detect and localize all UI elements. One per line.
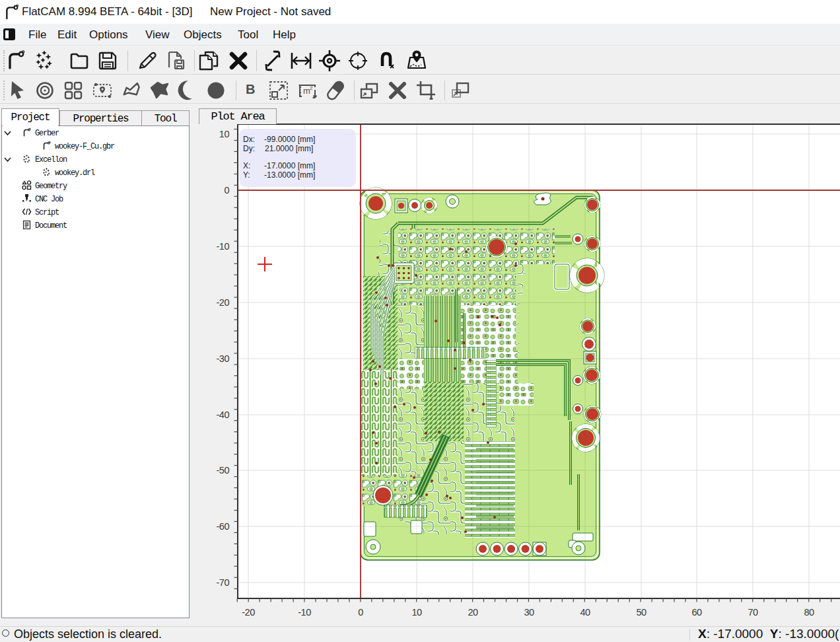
svg-text:-20: -20 <box>217 297 230 308</box>
svg-text:70: 70 <box>748 607 758 618</box>
svg-text:-10: -10 <box>217 241 230 252</box>
svg-text:-99.0000 [mm]: -99.0000 [mm] <box>264 135 315 144</box>
svg-text:0: 0 <box>224 185 229 196</box>
svg-text:-13.0000 [mm]: -13.0000 [mm] <box>264 170 315 180</box>
svg-text:30: 30 <box>524 607 534 618</box>
svg-text:-50: -50 <box>217 465 230 476</box>
svg-text:0: 0 <box>358 607 363 618</box>
svg-text:10: 10 <box>219 129 230 139</box>
svg-text:-60: -60 <box>217 521 230 532</box>
svg-text:Y:: Y: <box>243 170 250 180</box>
svg-text:-70: -70 <box>217 577 230 588</box>
svg-text:80: 80 <box>804 607 814 618</box>
svg-text:Dx:: Dx: <box>243 135 255 144</box>
svg-text:10: 10 <box>411 607 422 618</box>
svg-text:Dy:: Dy: <box>243 144 255 153</box>
svg-text:21.0000 [mm]: 21.0000 [mm] <box>265 144 313 153</box>
svg-text:40: 40 <box>580 607 590 618</box>
svg-text:-40: -40 <box>217 410 230 420</box>
svg-text:X:: X: <box>243 161 250 170</box>
svg-text:-30: -30 <box>217 353 230 364</box>
svg-text:-10: -10 <box>298 607 311 618</box>
svg-text:20: 20 <box>468 607 478 618</box>
svg-text:-17.0000 [mm]: -17.0000 [mm] <box>264 161 315 170</box>
svg-text:50: 50 <box>636 607 647 618</box>
svg-text:60: 60 <box>691 607 702 618</box>
svg-text:2: 2 <box>310 85 313 91</box>
svg-text:-20: -20 <box>242 607 255 618</box>
